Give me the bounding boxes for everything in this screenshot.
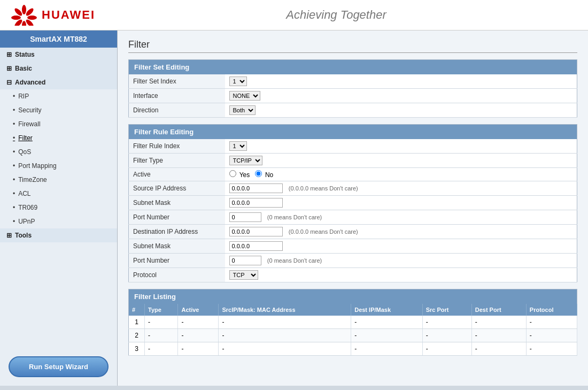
sidebar-label-basic: Basic: [15, 65, 32, 72]
interface-label: Interface: [129, 89, 225, 103]
logo-text: HUAWEI: [42, 8, 95, 22]
filter-rule-index-select[interactable]: 123: [229, 141, 247, 151]
dest-subnet-input[interactable]: [229, 241, 283, 251]
src-subnet-row: Subnet Mask: [129, 196, 577, 210]
row2-type: -: [145, 329, 178, 342]
run-setup-wizard-button[interactable]: Run Setup Wizard: [9, 356, 109, 377]
sidebar-item-status[interactable]: ⊞ Status: [0, 48, 117, 62]
sidebar-title: SmartAX MT882: [0, 30, 117, 48]
filter-type-select[interactable]: TCP/IPMAC: [229, 156, 262, 165]
filter-rule-index-label: Filter Rule Index: [129, 139, 225, 154]
active-no-label[interactable]: No: [255, 171, 274, 179]
filter-set-section-header: Filter Set Editing: [129, 60, 577, 75]
col-src: SrcIP/Mask: MAC Address: [219, 304, 351, 316]
row3-protocol: -: [526, 342, 577, 356]
row1-protocol: -: [526, 316, 577, 329]
row1-dest-port: -: [471, 316, 526, 329]
svg-point-1: [25, 7, 34, 17]
bullet-firewall: •: [13, 120, 15, 128]
sidebar-item-tr069[interactable]: • TR069: [0, 201, 117, 215]
row3-num: 3: [129, 342, 145, 356]
sidebar-label-filter: Filter: [18, 134, 33, 142]
sidebar-label-advanced: Advanced: [15, 79, 45, 86]
sidebar-label-tr069: TR069: [18, 204, 37, 211]
sidebar-item-tools[interactable]: ⊞ Tools: [0, 228, 117, 242]
header: HUAWEI Achieving Together: [0, 0, 588, 30]
filter-type-cell: TCP/IPMAC: [225, 154, 577, 168]
dest-ip-input[interactable]: [229, 227, 283, 236]
protocol-row: Protocol TCPUDPICMPAny: [129, 268, 577, 282]
dest-port-input[interactable]: [229, 256, 261, 265]
sidebar-label-rip: RIP: [18, 93, 29, 100]
filter-listing-header-row: Filter Listing: [129, 289, 577, 304]
content-area: Filter Filter Set Editing Filter Set Ind…: [118, 30, 588, 386]
wizard-area: Run Setup Wizard: [0, 348, 117, 386]
src-subnet-input[interactable]: [229, 198, 283, 208]
sidebar-item-qos[interactable]: • QoS: [0, 145, 117, 159]
src-port-cell: (0 means Don't care): [225, 210, 577, 225]
filter-listing-section-header: Filter Listing: [129, 289, 577, 304]
sidebar-item-filter[interactable]: • Filter: [0, 131, 117, 145]
sidebar-item-advanced[interactable]: ⊟ Advanced: [0, 75, 117, 89]
src-ip-input[interactable]: [229, 183, 283, 193]
col-src-port: Src Port: [422, 304, 471, 316]
listing-row-1: 1 - - - - - - -: [129, 316, 577, 329]
row3-active: -: [178, 342, 219, 356]
sidebar-item-basic[interactable]: ⊞ Basic: [0, 62, 117, 75]
direction-select[interactable]: BothInOut: [229, 105, 256, 115]
filter-listing-table: Filter Listing # Type Active SrcIP/Mask:…: [128, 289, 577, 356]
src-ip-note: (0.0.0.0 means Don't care): [289, 185, 358, 192]
filter-set-index-cell: 1234: [225, 74, 577, 89]
active-yes-label[interactable]: Yes: [229, 171, 250, 179]
src-port-input[interactable]: [229, 212, 261, 222]
active-no-radio[interactable]: [255, 170, 262, 177]
sidebar-label-tools: Tools: [15, 232, 32, 239]
direction-row: Direction BothInOut: [129, 103, 577, 118]
protocol-select[interactable]: TCPUDPICMPAny: [229, 270, 258, 280]
bullet-upnp: •: [13, 218, 15, 225]
header-tagline: Achieving Together: [95, 8, 577, 22]
src-ip-cell: (0.0.0.0 means Don't care): [225, 181, 577, 196]
interface-select[interactable]: NONEWAN1WAN2: [229, 91, 260, 101]
row2-src-port: -: [422, 329, 471, 342]
sidebar-item-timezone[interactable]: • TimeZone: [0, 173, 117, 187]
sidebar-item-rip[interactable]: • RIP: [0, 89, 117, 103]
sidebar-item-acl[interactable]: • ACL: [0, 187, 117, 201]
col-dest-port: Dest Port: [471, 304, 526, 316]
sidebar-item-upnp[interactable]: • UPnP: [0, 215, 117, 228]
svg-point-4: [22, 21, 26, 26]
src-subnet-cell: [225, 196, 577, 210]
sidebar-item-portmapping[interactable]: • Port Mapping: [0, 159, 117, 173]
row2-dest-port: -: [471, 329, 526, 342]
active-row: Active Yes No: [129, 168, 577, 181]
dest-ip-cell: (0.0.0.0 means Don't care): [225, 225, 577, 239]
col-active: Active: [178, 304, 219, 316]
filter-rule-header-row: Filter Rule Editing: [129, 125, 577, 140]
sidebar-item-firewall[interactable]: • Firewall: [0, 117, 117, 131]
listing-row-2: 2 - - - - - - -: [129, 329, 577, 342]
filter-set-index-select[interactable]: 1234: [229, 77, 247, 86]
filter-rule-index-cell: 123: [225, 139, 577, 154]
svg-point-7: [13, 7, 23, 17]
bullet-tr069: •: [13, 204, 15, 211]
col-type: Type: [145, 304, 178, 316]
col-num: #: [129, 304, 145, 316]
dest-ip-label: Destination IP Address: [129, 225, 225, 239]
dest-ip-row: Destination IP Address (0.0.0.0 means Do…: [129, 225, 577, 239]
sidebar-label-portmapping: Port Mapping: [18, 162, 56, 170]
dest-subnet-label: Subnet Mask: [129, 239, 225, 254]
row1-src-port: -: [422, 316, 471, 329]
dest-subnet-row: Subnet Mask: [129, 239, 577, 254]
svg-point-6: [11, 16, 21, 20]
filter-rule-index-row: Filter Rule Index 123: [129, 139, 577, 154]
active-cell: Yes No: [225, 168, 577, 181]
direction-label: Direction: [129, 103, 225, 118]
active-yes-radio[interactable]: [229, 170, 236, 177]
dest-port-row: Port Number (0 means Don't care): [129, 254, 577, 268]
sidebar-label-firewall: Firewall: [18, 120, 40, 128]
interface-cell: NONEWAN1WAN2: [225, 89, 577, 103]
sidebar-label-status: Status: [15, 51, 35, 58]
row2-dest: -: [351, 329, 422, 342]
sidebar-item-security[interactable]: • Security: [0, 103, 117, 117]
title-divider: [128, 52, 577, 53]
